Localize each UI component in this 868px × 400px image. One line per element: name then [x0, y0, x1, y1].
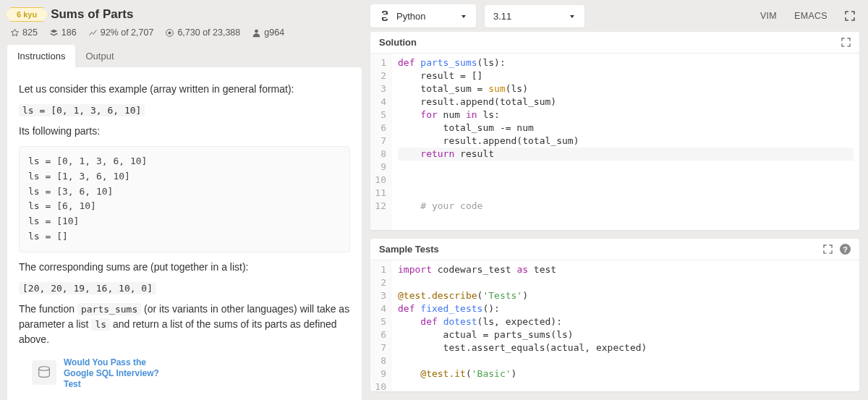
- vim-mode-button[interactable]: VIM: [756, 8, 781, 24]
- language-label: Python: [396, 11, 425, 22]
- solution-section: Solution 123456789101112 def parts_sums(…: [370, 32, 859, 230]
- fullscreen-button[interactable]: [841, 38, 851, 47]
- collections-count: 186: [61, 27, 77, 38]
- tab-instructions[interactable]: Instructions: [7, 45, 75, 67]
- svg-point-2: [255, 29, 258, 33]
- editor-toolbar: Python ▼ 3.11 ▼ VIM EMACS: [370, 1, 859, 32]
- tests-title: Sample Tests: [379, 244, 439, 255]
- tabs: Instructions Output: [0, 42, 366, 67]
- stat-satisfaction[interactable]: 92% of 2,707: [88, 27, 154, 38]
- sql-icon: [32, 360, 56, 385]
- stat-completed[interactable]: 6,730 of 23,388: [165, 27, 240, 38]
- instructions-content[interactable]: Let us consider this example (array writ…: [7, 67, 362, 400]
- para: The function parts_sums (or its variants…: [19, 302, 350, 347]
- code-area[interactable]: def parts_sums(ls): result = [] total_su…: [392, 54, 859, 230]
- kata-header: 6 kyu Sums of Parts 825 186 92% of 2,707: [0, 0, 366, 42]
- tab-output[interactable]: Output: [75, 45, 124, 67]
- stat-stars[interactable]: 825: [10, 27, 38, 38]
- chart-icon: [88, 28, 98, 38]
- tests-editor[interactable]: 12345678910 import codewars_test as test…: [370, 260, 859, 391]
- solution-title: Solution: [379, 37, 417, 48]
- satisfaction-text: 92% of 2,707: [101, 27, 154, 38]
- solution-editor[interactable]: 123456789101112 def parts_sums(ls): resu…: [370, 54, 859, 230]
- line-gutter: 123456789101112: [370, 54, 392, 230]
- expand-icon: [845, 11, 855, 21]
- star-icon: [10, 28, 20, 38]
- version-dropdown[interactable]: 3.11 ▼: [485, 5, 584, 27]
- svg-point-1: [169, 31, 171, 34]
- language-dropdown[interactable]: Python ▼: [370, 4, 476, 27]
- kyu-badge: 6 kyu: [10, 7, 43, 22]
- code-inline: ls = [0, 1, 3, 6, 10]: [19, 104, 145, 116]
- layers-icon: [49, 28, 59, 38]
- target-icon: [165, 28, 174, 38]
- svg-point-3: [39, 367, 50, 371]
- code-block: ls = [0, 1, 3, 6, 10] ls = [1, 3, 6, 10]…: [19, 146, 350, 252]
- fullscreen-button[interactable]: [823, 244, 833, 254]
- help-icon[interactable]: ?: [840, 244, 851, 255]
- ad-text: Would You Pass the Google SQL Interview?…: [64, 357, 172, 390]
- stat-collections[interactable]: 186: [49, 27, 77, 38]
- python-icon: [379, 10, 391, 22]
- ad-banner[interactable]: Would You Pass the Google SQL Interview?…: [19, 353, 350, 390]
- code-inline: [20, 20, 19, 16, 10, 0]: [19, 282, 156, 294]
- para: The corresponding sums are (put together…: [19, 260, 350, 275]
- stars-count: 825: [22, 27, 38, 38]
- completed-text: 6,730 of 23,388: [177, 27, 240, 38]
- chevron-down-icon: ▼: [569, 13, 576, 19]
- code-area[interactable]: import codewars_test as test @test.descr…: [392, 260, 859, 391]
- tests-section: Sample Tests ? 12345678910 import codewa…: [370, 239, 859, 391]
- stat-author[interactable]: g964: [252, 27, 284, 38]
- expand-icon: [823, 244, 833, 254]
- emacs-mode-button[interactable]: EMACS: [790, 8, 832, 24]
- line-gutter: 12345678910: [370, 260, 392, 391]
- chevron-down-icon: ▼: [460, 13, 467, 19]
- para: Its following parts:: [19, 124, 350, 139]
- kata-title: Sums of Parts: [51, 7, 133, 22]
- user-icon: [252, 28, 261, 38]
- fullscreen-button[interactable]: [841, 8, 859, 24]
- para: Let us consider this example (array writ…: [19, 82, 350, 97]
- version-label: 3.11: [493, 11, 511, 22]
- author-name: g964: [264, 27, 284, 38]
- expand-icon: [841, 38, 851, 47]
- instructions-panel: Let us consider this example (array writ…: [7, 67, 362, 400]
